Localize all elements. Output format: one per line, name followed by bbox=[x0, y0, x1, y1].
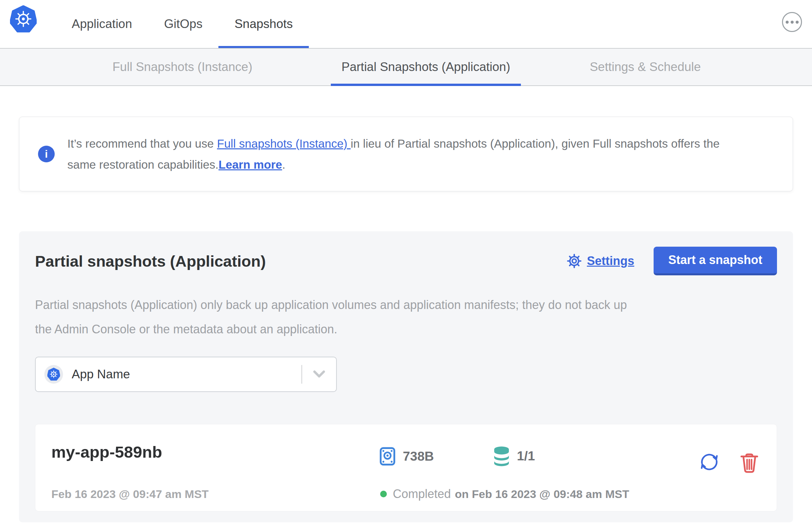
info-banner: i It’s recommend that you use Full snaps… bbox=[19, 117, 793, 191]
snapshot-size: 738B bbox=[379, 447, 434, 466]
snapshot-row[interactable]: my-app-589nb Feb 16 2023 @ 09:47 am MST … bbox=[35, 424, 777, 511]
app-name-selector[interactable]: App Name bbox=[35, 357, 337, 392]
banner-line-1: It’s recommend that you use Full snapsho… bbox=[67, 133, 720, 154]
banner-text: It’s recommend that you use Full snapsho… bbox=[67, 133, 720, 175]
snapshots-tab-bar: Full Snapshots (Instance) Partial Snapsh… bbox=[0, 48, 812, 86]
chevron-down-icon bbox=[302, 370, 336, 379]
banner-text-segment: in lieu of Partial snapshots (Applicatio… bbox=[351, 137, 720, 150]
description-line: the Admin Console or the metadata about … bbox=[35, 317, 777, 341]
start-snapshot-button[interactable]: Start a snapshot bbox=[654, 247, 777, 275]
learn-more-link[interactable]: Learn more bbox=[218, 158, 282, 171]
panel-header: Partial snapshots (Application) Settings… bbox=[35, 247, 777, 275]
tab-partial-snapshots[interactable]: Partial Snapshots (Application) bbox=[331, 49, 521, 85]
banner-text-segment: same restoration capabilities. bbox=[67, 158, 218, 171]
banner-text-segment: It’s recommend that you use bbox=[67, 137, 217, 150]
banner-text-segment: . bbox=[282, 158, 286, 171]
restore-icon bbox=[699, 452, 720, 472]
snapshot-volumes-value: 1/1 bbox=[517, 449, 535, 463]
delete-snapshot-button[interactable] bbox=[740, 452, 759, 474]
top-header: Application GitOps Snapshots bbox=[0, 0, 812, 48]
tab-settings-schedule[interactable]: Settings & Schedule bbox=[579, 49, 711, 85]
app-kubernetes-icon bbox=[44, 365, 63, 384]
snapshot-start-time: Feb 16 2023 @ 09:47 am MST bbox=[52, 488, 209, 501]
overflow-menu-button[interactable] bbox=[782, 12, 802, 32]
database-icon bbox=[493, 446, 510, 466]
snapshot-volumes: 1/1 bbox=[493, 446, 535, 466]
snapshot-size-value: 738B bbox=[403, 449, 434, 464]
partial-snapshots-panel: Partial snapshots (Application) Settings… bbox=[19, 231, 793, 522]
kubernetes-logo-icon bbox=[10, 5, 37, 35]
nav-gitops[interactable]: GitOps bbox=[148, 0, 218, 48]
status-label: Completed bbox=[393, 487, 451, 501]
panel-title: Partial snapshots (Application) bbox=[35, 252, 266, 270]
nav-application[interactable]: Application bbox=[56, 0, 148, 48]
snapshot-finish-time: on Feb 16 2023 @ 09:48 am MST bbox=[455, 488, 629, 501]
full-snapshots-link[interactable]: Full snapshots (Instance) bbox=[217, 137, 351, 150]
disk-icon bbox=[379, 447, 395, 466]
snapshot-name: my-app-589nb bbox=[52, 443, 162, 461]
nav-snapshots[interactable]: Snapshots bbox=[218, 0, 309, 48]
panel-header-actions: Settings Start a snapshot bbox=[566, 247, 777, 275]
app-selector-value: App Name bbox=[72, 367, 130, 381]
tab-full-snapshots[interactable]: Full Snapshots (Instance) bbox=[102, 49, 263, 85]
restore-snapshot-button[interactable] bbox=[699, 452, 720, 473]
ellipsis-icon bbox=[786, 21, 799, 24]
snapshot-status: Completed on Feb 16 2023 @ 09:48 am MST bbox=[380, 487, 629, 501]
status-dot-icon bbox=[380, 491, 387, 497]
panel-description: Partial snapshots (Application) only bac… bbox=[35, 293, 777, 341]
description-line: Partial snapshots (Application) only bac… bbox=[35, 293, 777, 317]
trash-icon bbox=[740, 452, 759, 473]
gear-icon bbox=[566, 253, 582, 269]
settings-link[interactable]: Settings bbox=[587, 254, 634, 268]
info-icon: i bbox=[38, 146, 55, 162]
primary-nav: Application GitOps Snapshots bbox=[56, 0, 812, 48]
banner-line-2: same restoration capabilities.Learn more… bbox=[67, 154, 720, 175]
